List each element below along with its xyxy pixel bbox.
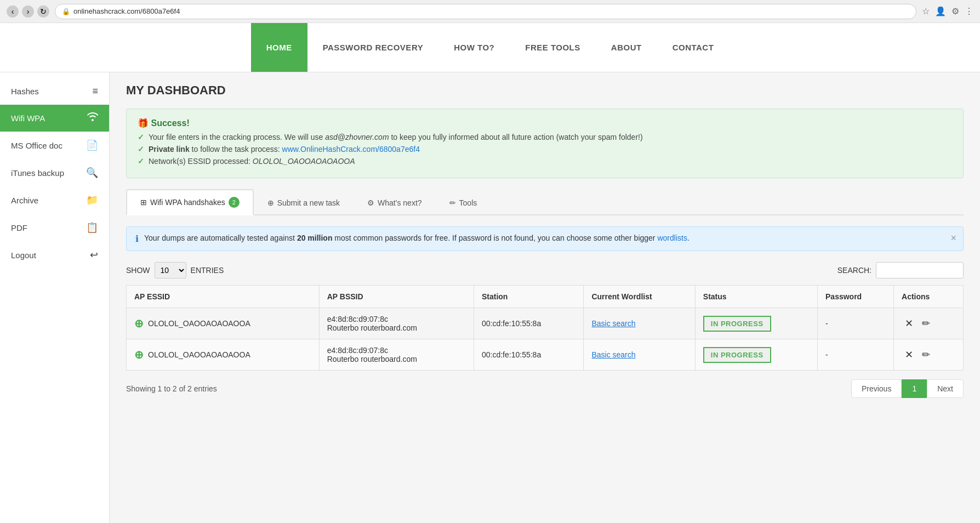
bssid-line1-0: e4:8d:8c:d9:07:8c [327,315,388,323]
entries-label: ENTRIES [191,266,224,275]
pagination-row: Showing 1 to 2 of 2 entries Previous 1 N… [126,379,964,398]
sidebar-item-ms-office[interactable]: MS Office doc 📄 [0,132,109,159]
browser-right-icons: ☆ 👤 ⚙ ⋮ [922,6,973,16]
browser-back-button[interactable]: ‹ [7,5,19,18]
data-table: AP ESSID AP BSSID Station Current Wordli… [126,285,964,371]
nav-item-how-to[interactable]: HOW TO? [438,23,510,72]
status-badge-0[interactable]: IN PROGRESS [703,316,771,332]
page-1-button[interactable]: 1 [902,379,927,398]
check-icon-1: ✓ [138,133,144,141]
alert-line-2: ✓ Private link to follow the task proces… [138,145,952,154]
nav-item-about[interactable]: ABOUT [596,23,657,72]
previous-button[interactable]: Previous [851,379,902,398]
page-title: MY DASHBOARD [126,83,964,98]
archive-icon: 📁 [86,194,98,206]
sidebar-item-archive[interactable]: Archive 📁 [0,186,109,214]
sidebar-item-hashes[interactable]: Hashes ≡ [0,78,109,105]
showing-info: Showing 1 to 2 of 2 entries [126,384,217,393]
check-icon-2: ✓ [138,145,144,154]
alert-title: 🎁 Success! [138,118,952,128]
next-button[interactable]: Next [927,379,964,398]
alert-line-1: ✓ Your file enters in the cracking proce… [138,133,952,141]
tab-wifi-label: Wifi WPA handshakes [150,198,225,207]
wifi-icon [87,112,98,124]
cell-essid-1: ⊕ OLOLOL_OAOOAOAOAOOA [127,339,320,371]
browser-refresh-button[interactable]: ↻ [37,5,49,18]
wordlist-link-1[interactable]: Basic search [591,350,635,359]
col-password: Password [818,286,894,308]
col-station: Station [474,286,583,308]
search-input[interactable] [876,262,964,278]
pagination-buttons: Previous 1 Next [851,379,964,398]
browser-forward-button[interactable]: › [22,5,34,18]
bssid-line2-0: Routerbo routerboard.com [327,323,417,332]
tab-wifi-wpa-handshakes[interactable]: ⊞ Wifi WPA handshakes 2 [126,189,254,215]
edit-button-1[interactable]: ✏ [919,348,933,362]
sidebar-label-archive: Archive [11,196,38,205]
add-icon-0: ⊕ [134,317,144,330]
wordlist-link-0[interactable]: Basic search [591,319,635,328]
lock-icon: 🔒 [62,8,70,15]
sidebar-item-logout[interactable]: Logout ↩ [0,241,109,269]
nav-item-home[interactable]: HOME [251,23,307,72]
info-banner: ℹ Your dumps are automatically tested ag… [126,226,964,251]
cell-station-0: 00:cd:fe:10:55:8a [474,308,583,339]
show-entries-control: SHOW 10 25 50 100 ENTRIES [126,262,224,278]
search-box: SEARCH: [837,262,964,278]
tab-submit-task[interactable]: ⊕ Submit a new task [254,189,354,215]
menu-icon[interactable]: ⋮ [965,6,973,16]
pdf-icon: 📋 [86,221,98,234]
essid-text-1: OLOLOL_OAOOAOAOAOOA [148,350,250,359]
banner-close-button[interactable]: × [950,232,956,244]
table-header-row: AP ESSID AP BSSID Station Current Wordli… [127,286,964,308]
url-text: onlinehashcrack.com/6800a7e6f4 [73,7,180,15]
wordlists-link[interactable]: wordlists [657,234,687,242]
table-row: ⊕ OLOLOL_OAOOAOAOAOOA e4:8d:8c:d9:07:8c … [127,339,964,371]
edit-button-0[interactable]: ✏ [919,316,933,331]
tab-whats-next[interactable]: ⚙ What's next? [354,189,436,215]
nav-item-free-tools[interactable]: FREE TOOLS [510,23,596,72]
sidebar-label-wifi-wpa: Wifi WPA [11,113,45,123]
sidebar-item-wifi-wpa[interactable]: Wifi WPA [0,105,109,132]
check-icon-3: ✓ [138,157,144,166]
col-wordlist: Current Wordlist [584,286,695,308]
sidebar-label-hashes: Hashes [11,87,39,96]
alert-line-3: ✓ Network(s) ESSID processed: OLOLOL_OAO… [138,157,952,166]
layers-icon: ≡ [92,86,98,97]
address-bar[interactable]: 🔒 onlinehashcrack.com/6800a7e6f4 [55,4,916,19]
sidebar-item-pdf[interactable]: PDF 📋 [0,214,109,241]
delete-button-1[interactable]: ✕ [902,348,916,362]
nav-item-password-recovery[interactable]: PASSWORD RECOVERY [307,23,439,72]
entries-select[interactable]: 10 25 50 100 [155,262,186,278]
col-ap-bssid: AP BSSID [319,286,474,308]
col-ap-essid: AP ESSID [127,286,320,308]
info-text: Your dumps are automatically tested agai… [144,234,690,242]
nav-items: HOME PASSWORD RECOVERY HOW TO? FREE TOOL… [251,23,730,72]
tab-badge: 2 [229,197,240,208]
private-link[interactable]: www.OnlineHashCrack.com/6800a7e6f4 [282,145,420,154]
tab-submit-label: Submit a new task [277,198,340,207]
cell-status-1: IN PROGRESS [695,339,817,371]
status-badge-1[interactable]: IN PROGRESS [703,347,771,363]
top-nav: HOME PASSWORD RECOVERY HOW TO? FREE TOOL… [0,23,980,72]
profile-icon[interactable]: 👤 [935,6,946,16]
logout-icon: ↩ [90,249,98,261]
tab-wifi-icon: ⊞ [140,198,147,207]
table-row: ⊕ OLOLOL_OAOOAOAOAOOA e4:8d:8c:d9:07:8c … [127,308,964,339]
search-circle-icon: 🔍 [86,167,98,179]
settings-icon[interactable]: ⚙ [951,6,959,16]
nav-item-contact[interactable]: CONTACT [657,23,730,72]
cell-station-1: 00:cd:fe:10:55:8a [474,339,583,371]
tab-tools[interactable]: ✏ Tools [436,189,491,215]
delete-button-0[interactable]: ✕ [902,316,916,331]
essid-text-0: OLOLOL_OAOOAOAOAOOA [148,319,250,328]
col-status: Status [695,286,817,308]
info-icon: ℹ [135,234,139,244]
tab-next-icon: ⚙ [367,198,374,207]
star-icon[interactable]: ☆ [922,6,930,16]
bssid-line2-1: Routerbo routerboard.com [327,355,417,363]
tabs: ⊞ Wifi WPA handshakes 2 ⊕ Submit a new t… [126,189,964,215]
cell-password-0: - [818,308,894,339]
main-content: MY DASHBOARD 🎁 Success! ✓ Your file ente… [110,72,980,523]
sidebar-item-itunes[interactable]: iTunes backup 🔍 [0,159,109,186]
